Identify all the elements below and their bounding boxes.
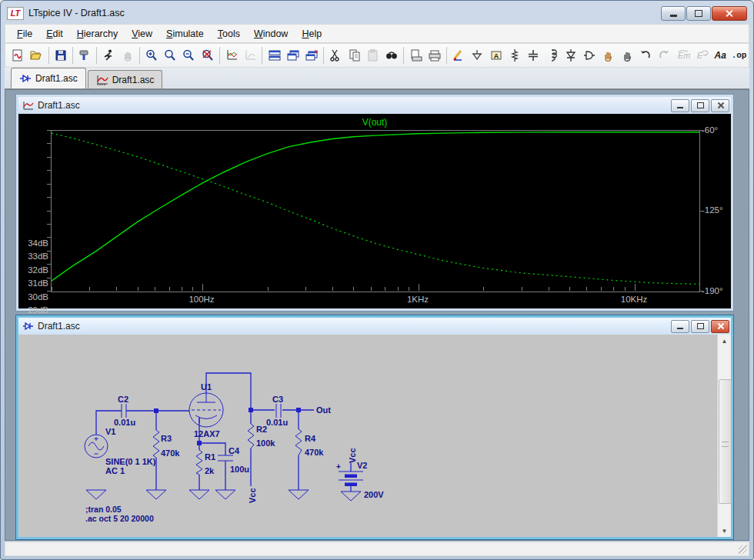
spice-directive-tran[interactable]: ;tran 0.05 bbox=[85, 505, 122, 514]
spice-directive-button[interactable]: .op bbox=[729, 46, 748, 65]
phase-axis-tick-label: -60° bbox=[702, 125, 718, 135]
component-c4[interactable]: C4 100u bbox=[218, 446, 249, 474]
close-button[interactable] bbox=[712, 6, 747, 21]
capacitor-button[interactable] bbox=[524, 46, 542, 65]
plot-close-button[interactable] bbox=[711, 99, 729, 112]
scroll-down-icon[interactable]: ▼ bbox=[719, 525, 730, 537]
wire-button[interactable] bbox=[449, 46, 468, 65]
cut-button[interactable] bbox=[326, 46, 345, 65]
diode-button[interactable] bbox=[562, 46, 580, 65]
magnitude-trace[interactable] bbox=[52, 132, 699, 281]
axis-tick bbox=[47, 264, 51, 265]
component-v1[interactable]: V1 SINE(0 1 1K) AC 1 bbox=[85, 427, 156, 475]
svg-text:V1: V1 bbox=[105, 427, 115, 436]
schematic-minimize-button[interactable] bbox=[671, 320, 689, 333]
inductor-button[interactable] bbox=[542, 46, 561, 65]
svg-text:+: + bbox=[336, 462, 341, 471]
move-button[interactable] bbox=[599, 46, 617, 65]
component-button[interactable] bbox=[580, 46, 599, 65]
trace-label[interactable]: V(out) bbox=[18, 117, 731, 128]
mirror-button: Em bbox=[674, 46, 692, 65]
zoom-in-button[interactable] bbox=[142, 46, 161, 65]
resistor-button[interactable] bbox=[505, 46, 524, 65]
find-button[interactable] bbox=[382, 46, 401, 65]
menu-edit[interactable]: Edit bbox=[39, 26, 70, 42]
plot-canvas[interactable]: V(out) 34dB 33dB 32dB 31dB 30dB 29dB 28d… bbox=[18, 114, 731, 308]
restore-button[interactable] bbox=[686, 6, 711, 21]
undo-button[interactable] bbox=[636, 46, 655, 65]
axis-tick bbox=[419, 284, 419, 291]
component-r3[interactable]: R3 470k bbox=[153, 430, 180, 458]
svg-text:0.01u: 0.01u bbox=[266, 418, 288, 427]
ground-button[interactable] bbox=[468, 46, 486, 65]
titlebar[interactable]: LT LTspice IV - Draft1.asc bbox=[4, 3, 750, 23]
component-r2[interactable]: R2 100k Vcc bbox=[248, 424, 275, 503]
control-panel-button[interactable] bbox=[75, 46, 94, 65]
plot-restore-button[interactable] bbox=[691, 99, 709, 112]
x-axis-tick-label: 1KHz bbox=[407, 295, 429, 304]
halt-button bbox=[118, 46, 136, 65]
save-button[interactable] bbox=[52, 46, 70, 65]
component-r4[interactable]: R4 470k bbox=[295, 429, 324, 457]
plot-minimize-button[interactable] bbox=[671, 99, 689, 112]
menu-view[interactable]: View bbox=[125, 26, 159, 42]
schematic-canvas[interactable]: V1 SINE(0 1 1K) AC 1 C2 0.01u R3 470 bbox=[18, 335, 731, 537]
axis-tick bbox=[586, 287, 587, 291]
net-label-out[interactable]: Out bbox=[316, 405, 331, 415]
wires[interactable] bbox=[96, 373, 351, 492]
minimize-button[interactable] bbox=[661, 6, 686, 21]
redo-button bbox=[655, 46, 673, 65]
menu-help[interactable]: Help bbox=[295, 26, 329, 42]
autorange-button[interactable] bbox=[222, 46, 241, 65]
svg-text:0.01u: 0.01u bbox=[114, 418, 135, 427]
label-net-button[interactable]: A bbox=[487, 46, 505, 65]
schematic-window-titlebar[interactable]: Draft1.asc bbox=[18, 318, 731, 335]
arrange-icons-button[interactable] bbox=[302, 46, 321, 65]
component-c3[interactable]: C3 0.01u bbox=[266, 395, 288, 427]
toolbar-separator bbox=[219, 47, 220, 64]
svg-text:R3: R3 bbox=[161, 434, 172, 443]
print-button[interactable] bbox=[425, 46, 444, 65]
tile-windows-button[interactable] bbox=[265, 46, 283, 65]
plot-window-title: Draft1.asc bbox=[38, 100, 80, 111]
zoom-full-extents-button[interactable] bbox=[199, 46, 217, 65]
component-r1[interactable]: R1 2k bbox=[196, 450, 215, 475]
plot-window-titlebar[interactable]: Draft1.asc bbox=[18, 97, 731, 114]
schematic-close-button[interactable] bbox=[711, 320, 729, 333]
axis-tick bbox=[371, 287, 372, 291]
run-button[interactable] bbox=[99, 46, 118, 65]
tab-schematic[interactable]: Draft1.asc bbox=[11, 68, 86, 88]
axis-tick bbox=[699, 291, 703, 292]
zoom-out-button[interactable] bbox=[179, 46, 198, 65]
text-button[interactable]: Aa bbox=[711, 46, 729, 65]
tab-waveform[interactable]: Draft1.asc bbox=[88, 70, 163, 88]
spice-directive-ac[interactable]: .ac oct 5 20 20000 bbox=[85, 514, 154, 523]
menu-window[interactable]: Window bbox=[247, 26, 295, 42]
menu-file[interactable]: File bbox=[10, 26, 39, 42]
print-preview-button[interactable] bbox=[406, 46, 425, 65]
svg-text:2k: 2k bbox=[205, 466, 215, 475]
vertical-scrollbar[interactable]: ▲ ▼ bbox=[717, 335, 731, 537]
scrollbar-thumb[interactable] bbox=[719, 379, 732, 504]
resize-grip[interactable] bbox=[739, 545, 747, 554]
component-u1[interactable]: U1 12AX7 bbox=[189, 382, 223, 438]
svg-text:AC 1: AC 1 bbox=[105, 466, 125, 475]
menu-hierarchy[interactable]: Hierarchy bbox=[70, 26, 125, 42]
schematic-icon bbox=[22, 322, 34, 332]
drag-button[interactable] bbox=[618, 46, 636, 65]
toolbar-separator bbox=[262, 47, 262, 64]
ground-symbols[interactable] bbox=[86, 490, 361, 501]
open-file-button[interactable] bbox=[27, 46, 45, 65]
svg-text:Vcc: Vcc bbox=[248, 488, 257, 503]
scroll-up-icon[interactable]: ▲ bbox=[719, 335, 730, 347]
zoom-back-button[interactable] bbox=[161, 46, 179, 65]
menu-tools[interactable]: Tools bbox=[211, 26, 247, 42]
new-schematic-button[interactable] bbox=[8, 46, 27, 65]
window-title: LTspice IV - Draft1.asc bbox=[28, 8, 125, 18]
cascade-windows-button[interactable] bbox=[284, 46, 302, 65]
menu-simulate[interactable]: Simulate bbox=[159, 26, 211, 42]
axis-tick bbox=[138, 287, 138, 291]
schematic-restore-button[interactable] bbox=[691, 320, 709, 333]
phase-trace[interactable] bbox=[52, 133, 699, 284]
copy-button[interactable] bbox=[345, 46, 364, 65]
